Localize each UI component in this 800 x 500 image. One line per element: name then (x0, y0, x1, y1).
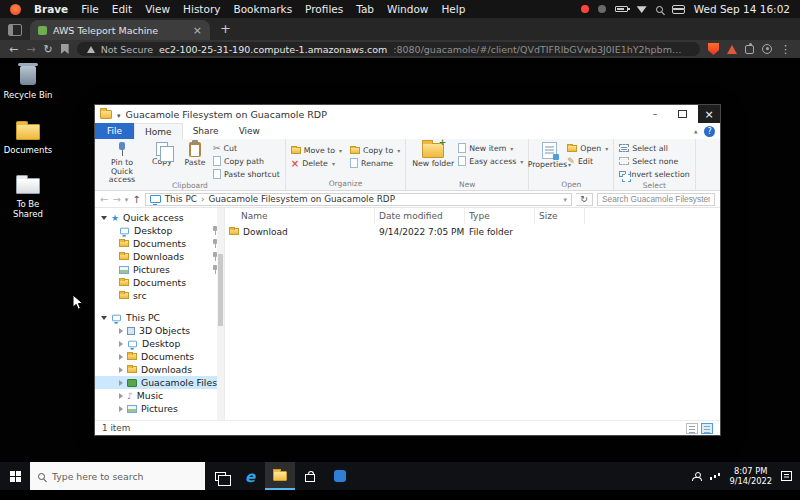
taskbar-search[interactable] (30, 462, 205, 490)
move-to-button[interactable]: Move to (291, 144, 342, 156)
menu-file[interactable]: File (81, 3, 99, 15)
collapse-ribbon-icon[interactable] (694, 126, 698, 136)
sidebar-item-pc-documents[interactable]: Documents (95, 350, 224, 363)
nav-up-button[interactable] (132, 194, 140, 205)
record-indicator-icon[interactable] (581, 5, 589, 13)
taskbar-clock[interactable]: 8:07 PM 9/14/2022 (729, 466, 772, 487)
desktop-icon-documents[interactable]: Documents (1, 124, 55, 155)
spotlight-search-icon[interactable] (656, 6, 663, 13)
chevron-down-icon[interactable] (101, 316, 107, 320)
nav-scrollbar-thumb[interactable] (218, 254, 223, 326)
sidebar-item-pc-desktop[interactable]: Desktop (95, 337, 224, 350)
menubar-app-name[interactable]: Brave (34, 3, 68, 15)
menu-bookmarks[interactable]: Bookmarks (233, 3, 292, 15)
browser-menu-icon[interactable] (780, 43, 791, 56)
brave-shields-icon[interactable] (708, 43, 719, 55)
column-type[interactable]: Type (465, 208, 535, 224)
paste-shortcut-button[interactable]: Paste shortcut (213, 168, 280, 180)
explorer-search-input[interactable] (597, 193, 715, 206)
address-bar[interactable]: Not Secure ec2-100-25-31-190.compute-1.a… (77, 42, 700, 56)
sidebar-item-qa-documents-2[interactable]: Documents (95, 276, 224, 289)
chevron-right-icon[interactable] (119, 341, 123, 347)
chevron-right-icon[interactable] (119, 328, 123, 334)
edit-button[interactable]: Edit (567, 155, 608, 167)
profile-icon[interactable] (762, 44, 772, 54)
wifi-icon[interactable] (637, 5, 647, 13)
sidebar-item-qa-desktop[interactable]: Desktop (95, 224, 224, 237)
nav-history-icon[interactable] (125, 194, 129, 204)
tab-share[interactable]: Share (183, 123, 229, 139)
chevron-right-icon[interactable] (119, 367, 123, 373)
tab-file[interactable]: File (95, 123, 134, 139)
easy-access-button[interactable]: Easy access (458, 155, 523, 167)
new-tab-button[interactable] (220, 18, 231, 37)
nav-forward-button[interactable] (112, 194, 120, 205)
menu-view[interactable]: View (145, 3, 170, 15)
menu-window[interactable]: Window (387, 3, 428, 15)
sidebar-this-pc[interactable]: This PC (95, 311, 224, 324)
taskbar-edge-button[interactable] (235, 462, 265, 490)
minimize-button[interactable] (644, 105, 666, 123)
reload-button[interactable] (43, 43, 52, 56)
sidebar-item-pc-pictures[interactable]: Pictures (95, 402, 224, 415)
menu-help[interactable]: Help (441, 3, 465, 15)
breadcrumb-root[interactable]: This PC (165, 194, 197, 204)
control-center-icon[interactable] (672, 5, 683, 14)
sidebar-item-qa-pictures[interactable]: Pictures (95, 263, 224, 276)
tab-view[interactable]: View (229, 123, 270, 139)
help-icon[interactable] (704, 126, 715, 137)
nav-scrollbar[interactable] (217, 208, 224, 420)
column-name[interactable]: Name (225, 208, 375, 224)
chevron-right-icon[interactable] (119, 406, 123, 412)
column-size[interactable]: Size (535, 208, 585, 224)
extensions-icon[interactable] (745, 45, 754, 54)
chevron-right-icon[interactable] (119, 354, 123, 360)
sidebar-item-qa-src[interactable]: src (95, 289, 224, 302)
menu-tab[interactable]: Tab (356, 3, 374, 15)
invert-selection-button[interactable]: Invert selection (619, 168, 689, 180)
network-icon[interactable] (710, 472, 720, 480)
copy-button[interactable]: Copy (147, 141, 177, 179)
pin-to-quick-access-button[interactable]: Pin to Quick access (100, 141, 144, 179)
copy-to-button[interactable]: Copy to (350, 144, 400, 156)
taskbar-app-button[interactable] (325, 462, 355, 490)
taskbar-search-input[interactable] (52, 471, 197, 482)
select-all-button[interactable]: Select all (619, 142, 689, 154)
select-none-button[interactable]: Select none (619, 155, 689, 167)
status-dot-icon[interactable] (598, 5, 606, 13)
paste-button[interactable]: Paste (180, 141, 210, 179)
sidebar-quick-access[interactable]: Quick access (95, 211, 224, 224)
maximize-button[interactable] (671, 105, 693, 123)
start-button[interactable] (0, 462, 30, 490)
chevron-right-icon[interactable] (119, 393, 123, 399)
task-view-button[interactable] (205, 462, 235, 490)
chevron-right-icon[interactable] (119, 380, 123, 386)
file-row-download[interactable]: Download 9/14/2022 7:05 PM File folder (225, 224, 720, 239)
menubar-clock[interactable]: Wed Sep 14 16:02 (694, 3, 790, 15)
forward-button[interactable] (26, 43, 35, 56)
rename-button[interactable]: Rename (350, 157, 400, 169)
nav-back-button[interactable] (100, 194, 108, 205)
copy-path-button[interactable]: Copy path (213, 155, 280, 167)
new-item-button[interactable]: New item (458, 142, 523, 154)
sidebar-item-pc-3d-objects[interactable]: 3D Objects (95, 324, 224, 337)
bookmark-icon[interactable] (61, 44, 69, 54)
details-view-icon[interactable] (686, 423, 698, 434)
column-date-modified[interactable]: Date modified (375, 208, 465, 224)
menu-profiles[interactable]: Profiles (305, 3, 343, 15)
sidebar-item-pc-guacamole-filesystem[interactable]: Guacamole Filesystem on Guacam (95, 376, 224, 389)
brave-logo-icon[interactable] (10, 4, 21, 15)
properties-button[interactable]: Properties (534, 141, 564, 179)
desktop-icon-to-be-shared[interactable]: To Be Shared (1, 178, 55, 219)
new-folder-button[interactable]: New folder (411, 141, 455, 179)
people-icon[interactable] (692, 472, 701, 481)
browser-tab[interactable]: AWS Teleport Machine (30, 20, 210, 40)
desktop-icon-recycle-bin[interactable]: Recycle Bin (1, 66, 55, 100)
sidebar-item-qa-downloads[interactable]: Downloads (95, 250, 224, 263)
cut-button[interactable]: Cut (213, 142, 280, 154)
breadcrumb[interactable]: This PC Guacamole Filesystem on Guacamol… (145, 193, 572, 206)
quick-access-toolbar-icon[interactable] (117, 109, 121, 120)
battery-icon[interactable] (615, 6, 628, 12)
taskbar-explorer-button[interactable] (265, 462, 295, 490)
close-button[interactable] (698, 105, 720, 123)
